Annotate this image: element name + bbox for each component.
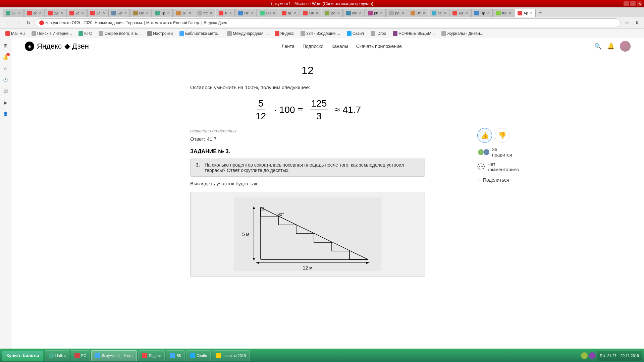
bookmark-library[interactable]: Библиотека мето... — [177, 30, 223, 37]
bookmark-yandex[interactable]: Яндекс — [272, 30, 297, 37]
article-content: 12 Осталось умножить на 100%, получим сл… — [177, 54, 438, 289]
taskbar-item-find[interactable]: Найти — [45, 350, 69, 361]
tab-13[interactable]: Он✕ — [257, 9, 279, 17]
tab-18[interactable]: ph✕ — [365, 9, 386, 17]
bookmark-mailru-label: Mail.Ru — [11, 31, 25, 36]
zen-notification-icon[interactable]: 🔔 — [607, 43, 614, 50]
tab-3[interactable]: 2д✕ — [45, 9, 66, 17]
tab-15[interactable]: Яя✕ — [300, 9, 321, 17]
left-sidebar: ⊞ 🔔 1 ☆ 🕐 📰 ▶ 👤 — [0, 38, 11, 349]
share-row[interactable]: ↑ Поделиться — [477, 176, 509, 183]
zen-logo-dzen: ◆ Дзен — [64, 42, 89, 51]
close-button[interactable]: ✕ — [637, 1, 643, 6]
nav-action-buttons: ☆ ⬇ — [623, 18, 641, 27]
bookmark-search[interactable]: Поиск в Интерне... — [29, 30, 75, 37]
dislike-button[interactable]: 👎 — [495, 128, 509, 143]
tab-22[interactable]: Яя✕ — [449, 9, 471, 17]
title-bar-text: Документ1 - Microsoft Word (Сбой активац… — [271, 1, 373, 6]
bookmark-skype-label: Скайп — [353, 31, 364, 36]
sidebar-bell-icon[interactable]: 🔔 1 — [1, 52, 10, 62]
tab-10[interactable]: htt✕ — [195, 9, 215, 17]
bookmark-intl-icon — [227, 31, 232, 36]
bookmark-kts[interactable]: КТС — [76, 30, 95, 37]
bookmark-international[interactable]: Международная ... — [224, 30, 270, 37]
zen-nav-channels[interactable]: Каналы — [331, 42, 348, 50]
zen-nav-feed[interactable]: Лента — [281, 42, 294, 50]
sidebar-clock-icon[interactable]: 🕐 — [1, 75, 10, 84]
taskbar-item-yandex[interactable]: Яндекс — [138, 350, 165, 361]
bookmark-idroo[interactable]: IDroo — [368, 30, 389, 37]
bookmark-mailru[interactable]: Mail.Ru — [3, 30, 28, 37]
bookmark-yandex-label: Яндекс — [280, 31, 294, 36]
taskbar-item-word[interactable]: Документ1 - Micr... — [91, 350, 137, 361]
ps-icon — [74, 353, 80, 358]
sidebar-person-icon[interactable]: 👤 — [1, 109, 10, 119]
taskbar-vk-label: ВК — [176, 354, 181, 358]
sidebar-play-icon[interactable]: ▶ — [1, 98, 10, 107]
zen-user-avatar[interactable] — [620, 41, 631, 52]
site-favicon — [39, 20, 44, 25]
bookmark-skoree[interactable]: Скорее всего, в Б... — [96, 30, 143, 37]
address-bar[interactable]: zen.yandex.ru ОГЭ - 2020. Новые задания.… — [35, 18, 621, 27]
taskbar-folder-label: проекты 2019 — [222, 354, 246, 358]
zen-logo[interactable]: ◈ Яндекс ◆ Дзен — [25, 42, 89, 51]
tab-14[interactable]: М.✕ — [279, 9, 300, 17]
downloads-button[interactable]: ⬇ — [633, 18, 641, 27]
maximize-button[interactable]: □ — [630, 1, 636, 6]
zen-logo-icon: ◈ — [25, 42, 34, 51]
bookmark-settings[interactable]: Настройки — [145, 30, 175, 37]
like-button[interactable]: 👍 — [477, 128, 492, 143]
tab-2[interactable]: 2с✕ — [24, 9, 45, 17]
comments-label: Нет комментариев — [487, 162, 519, 172]
bookmark-inbox[interactable]: 334 - Входящие ... — [298, 30, 343, 37]
tab-5[interactable]: 2с✕ — [87, 9, 108, 17]
bookmark-library-label: Библиотека мето... — [185, 31, 220, 36]
tab-11[interactable]: X✕ — [216, 9, 235, 17]
back-button[interactable]: ← — [3, 18, 11, 27]
taskbar-item-skype[interactable]: Скайп — [186, 350, 211, 361]
minimize-button[interactable]: — — [623, 1, 629, 6]
taskbar-yandex-label: Яндекс — [149, 354, 161, 358]
tab-16[interactable]: Вс✕ — [322, 9, 343, 17]
tray-icon-1[interactable] — [581, 352, 588, 359]
tab-bar: 1+✕ 2с✕ 2д✕ 2с✕ 2с✕ Б|г✕ Ос✕ Тр✕ 3н✕ htt… — [0, 7, 644, 17]
bookmark-inbox-icon — [301, 31, 305, 36]
comments-row[interactable]: 💬 Нет комментариев — [477, 162, 519, 172]
tab-7[interactable]: Ос✕ — [130, 9, 152, 17]
bookmark-button[interactable]: ☆ — [623, 18, 631, 27]
tab-4[interactable]: 2с✕ — [66, 9, 87, 17]
zen-nav-subscriptions[interactable]: Подписки — [303, 42, 323, 50]
tab-8[interactable]: Тр✕ — [152, 9, 173, 17]
tray-icon-2[interactable] — [589, 352, 596, 359]
sidebar-news-icon[interactable]: 📰 — [1, 86, 10, 96]
tab-19[interactable]: ра✕ — [386, 9, 407, 17]
zen-nav-download[interactable]: Скачать приложение — [356, 42, 402, 50]
tab-6[interactable]: Б|г✕ — [108, 9, 130, 17]
new-tab-button[interactable]: + — [536, 9, 544, 17]
forward-button[interactable]: → — [13, 18, 22, 27]
tab-1[interactable]: 1+✕ — [3, 9, 24, 17]
tab-23[interactable]: Пр✕ — [471, 9, 493, 17]
tab-25-active[interactable]: Ар✕ — [515, 9, 536, 17]
taskbar-item-vk[interactable]: ВК — [166, 350, 185, 361]
terrace-svg: 5 м 12 м 90° — [234, 197, 381, 271]
bookmark-journals[interactable]: Журналы - Дневн... — [439, 30, 486, 37]
taskbar-item-folder[interactable]: проекты 2019 — [212, 350, 250, 361]
tab-17[interactable]: Мк✕ — [343, 9, 365, 17]
tab-9[interactable]: 3н✕ — [173, 9, 194, 17]
tab-21[interactable]: со✕ — [429, 9, 449, 17]
tab-20[interactable]: Вт✕ — [408, 9, 428, 17]
tab-12[interactable]: Пс✕ — [235, 9, 256, 17]
refresh-button[interactable]: ↻ — [24, 18, 33, 27]
start-button[interactable]: Купить билеты — [2, 350, 44, 361]
bookmark-skoree-icon — [99, 31, 103, 36]
find-icon — [49, 353, 54, 358]
bookmark-skype[interactable]: Скайп — [344, 30, 367, 37]
tab-24[interactable]: Ка✕ — [493, 9, 514, 17]
sidebar-star-icon[interactable]: ☆ — [1, 64, 10, 73]
zen-search-icon[interactable]: 🔍 — [594, 43, 602, 50]
sidebar-grid-icon[interactable]: ⊞ — [1, 41, 10, 50]
taskbar-item-ps[interactable]: PС — [71, 350, 90, 361]
title-bar: Документ1 - Microsoft Word (Сбой активац… — [0, 0, 644, 7]
bookmark-night[interactable]: НОЧНЫЕ ВЕДЬМ... — [390, 30, 437, 37]
